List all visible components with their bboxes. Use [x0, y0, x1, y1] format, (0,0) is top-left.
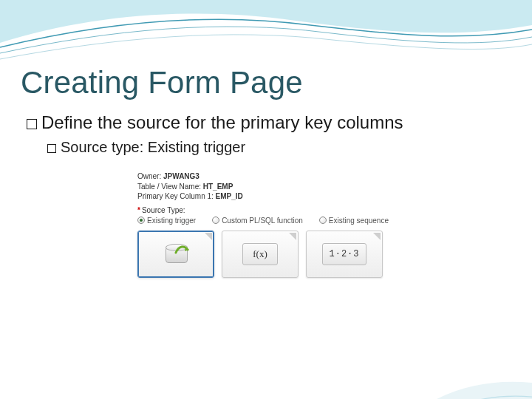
pk-value: EMP_ID [216, 192, 243, 200]
radio-custom-function[interactable]: Custom PL/SQL function [212, 216, 303, 225]
bullet-list: Define the source for the primary key co… [27, 112, 403, 156]
source-type-radios: Existing trigger Custom PL/SQL function … [137, 216, 396, 225]
decorative-corner [384, 296, 532, 399]
bullet-2-text: Source type: Existing trigger [61, 139, 245, 155]
required-asterisk: * [137, 206, 140, 214]
pk-label: Primary Key Column 1: [137, 192, 214, 200]
decorative-wave [0, 0, 532, 70]
fold-corner-icon [205, 233, 212, 240]
source-type-label: Source Type: [142, 206, 185, 214]
fold-corner-icon [373, 233, 381, 240]
meta-owner: Owner: JPWANG3 [137, 171, 396, 182]
source-type-row: *Source Type: [137, 206, 396, 214]
radio-label: Custom PL/SQL function [222, 216, 303, 225]
bullet-marker [47, 144, 56, 153]
radio-dot-icon [319, 216, 327, 224]
radio-label: Existing trigger [147, 216, 196, 225]
radio-dot-icon [137, 216, 145, 224]
sequence-icon: 1·2·3 [322, 243, 366, 265]
slide: Creating Form Page Define the source for… [0, 0, 532, 399]
slide-title: Creating Form Page [21, 65, 303, 100]
meta-pk: Primary Key Column 1: EMP_ID [137, 191, 396, 202]
meta-table: Table / View Name: HT_EMP [137, 182, 396, 192]
radio-dot-icon [212, 216, 219, 224]
database-trigger-icon [166, 244, 186, 265]
fold-corner-icon [289, 233, 296, 240]
radio-existing-sequence[interactable]: Existing sequence [319, 216, 389, 225]
option-cards: f(x) 1·2·3 [137, 231, 396, 278]
bullet-marker [27, 119, 37, 129]
table-value: HT_EMP [203, 183, 233, 191]
radio-label: Existing sequence [329, 216, 389, 225]
bullet-level-1: Define the source for the primary key co… [27, 112, 403, 134]
owner-value: JPWANG3 [163, 172, 200, 180]
card-existing-sequence[interactable]: 1·2·3 [306, 231, 383, 278]
bullet-1-text: Define the source for the primary key co… [41, 112, 403, 132]
form-screenshot: Owner: JPWANG3 Table / View Name: HT_EMP… [137, 171, 396, 278]
owner-label: Owner: [137, 172, 161, 180]
function-icon: f(x) [242, 243, 278, 265]
form-meta: Owner: JPWANG3 Table / View Name: HT_EMP… [137, 171, 396, 202]
table-label: Table / View Name: [137, 183, 201, 191]
card-existing-trigger[interactable] [137, 231, 214, 278]
radio-existing-trigger[interactable]: Existing trigger [137, 216, 196, 225]
bullet-level-2: Source type: Existing trigger [47, 138, 403, 156]
card-custom-function[interactable]: f(x) [222, 231, 299, 278]
